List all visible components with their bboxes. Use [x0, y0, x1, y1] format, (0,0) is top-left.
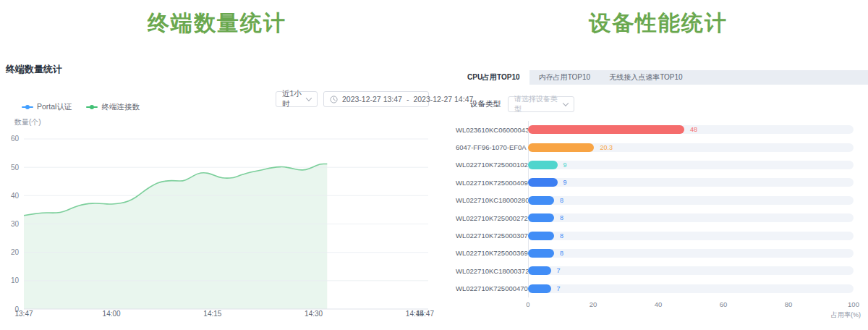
- date-range-picker[interactable]: 2023-12-27 13:47 - 2023-12-27 14:47: [323, 91, 429, 107]
- bar-row: WL022710K7250003698: [456, 245, 861, 262]
- legend-item[interactable]: Portal认证: [22, 102, 72, 112]
- bar-track-area: 9: [528, 178, 854, 187]
- area-fill: [24, 164, 327, 310]
- bar-x-tick-label: 0: [526, 300, 529, 308]
- tab-2[interactable]: 无线接入点速率TOP10: [600, 70, 692, 85]
- time-range-select[interactable]: 近1小时: [276, 91, 318, 107]
- bar-x-axis: 020406080100: [456, 300, 861, 310]
- bar-value-label: 9: [563, 161, 567, 169]
- device-label: WL022710K725000369: [456, 249, 528, 257]
- device-label: WL022710K725000307: [456, 232, 528, 240]
- device-label: WL022710K725000409: [456, 179, 528, 187]
- date-range-start: 2023-12-27 13:47: [342, 95, 402, 103]
- device-label: WL023610KC06000043: [456, 126, 528, 134]
- y-tick-label: 50: [11, 164, 20, 172]
- terminal-card-title: 终端数量统计: [6, 63, 62, 76]
- time-range-value: 近1小时: [282, 89, 307, 109]
- bar-value-label: 8: [560, 197, 563, 205]
- bar-row: WL022710K7250001029: [456, 156, 861, 174]
- bar-track: [528, 161, 854, 169]
- terminal-line-chart: 010203040506013:4714:0014:1514:3014:4514…: [0, 116, 434, 330]
- legend-line-dot-icon: [22, 106, 33, 108]
- bar-track-area: 48: [528, 125, 854, 134]
- device-type-placeholder: 请选择设备类型: [514, 94, 563, 114]
- bar-value-label: 7: [557, 267, 561, 275]
- bar-x-tick-label: 80: [785, 300, 793, 308]
- bar-value-label: 7: [557, 285, 561, 293]
- bar-row: WL022710K7250003078: [456, 227, 861, 244]
- device-label: WL022710K725000470: [456, 284, 528, 292]
- bar: [528, 284, 551, 293]
- y-tick-label: 20: [11, 248, 20, 256]
- bar: [528, 125, 684, 134]
- bar-x-tick-label: 100: [848, 300, 859, 308]
- bar: [528, 143, 594, 152]
- bar-x-tick-label: 60: [720, 300, 728, 308]
- bar-track: [528, 284, 854, 293]
- device-label: WL022710K725000102: [456, 161, 528, 169]
- legend-label: Portal认证: [37, 102, 72, 112]
- bar-row: WL022710KC180002808: [456, 192, 861, 209]
- bar-track-area: 7: [528, 266, 854, 275]
- device-type-select[interactable]: 请选择设备类型: [508, 96, 574, 112]
- bar-value-label: 8: [560, 214, 563, 222]
- bar-track-area: 9: [528, 161, 854, 169]
- performance-tabs: CPU占用TOP10内存占用TOP10无线接入点速率TOP10: [458, 70, 868, 85]
- y-tick-label: 10: [11, 276, 20, 284]
- bar: [528, 249, 554, 258]
- bar-value-label: 9: [563, 179, 567, 187]
- bar-x-tick-label: 20: [590, 300, 597, 308]
- device-label: 6047-FF96-1070-EF0A: [456, 143, 528, 151]
- bar-track-area: 8: [528, 232, 854, 240]
- dashboard: 终端数量统计 终端数量统计 近1小时 2023-12-27 13:47 - 20…: [0, 0, 868, 330]
- x-tick-label: 14:15: [203, 310, 221, 318]
- time-filter-row: 近1小时 2023-12-27 13:47 - 2023-12-27 14:47: [276, 91, 429, 107]
- tab-0[interactable]: CPU占用TOP10: [458, 70, 529, 85]
- device-performance-title: 设备性能统计: [448, 9, 868, 38]
- bar-track-area: 8: [528, 213, 854, 222]
- device-type-filter: 设备类型 请选择设备类型: [470, 96, 574, 112]
- date-range-separator: -: [407, 95, 409, 103]
- device-label: WL022710KC18000372: [456, 267, 528, 275]
- terminal-stats-title: 终端数量统计: [0, 9, 434, 38]
- x-tick-label: 13:47: [14, 310, 33, 318]
- legend-line-dot-icon: [86, 106, 98, 108]
- cpu-top10-bar-chart: WL023610KC06000043486047-FF96-1070-EF0A2…: [456, 121, 861, 310]
- tab-1[interactable]: 内存占用TOP10: [529, 70, 600, 85]
- bar-value-label: 8: [560, 232, 563, 240]
- bar-track: [528, 249, 854, 258]
- bar-track-area: 8: [528, 196, 854, 205]
- bar-x-axis-title: 占用率(%): [456, 310, 861, 320]
- bar-track-area: 20.3: [528, 143, 854, 152]
- device-label: WL022710K725000272: [456, 214, 528, 222]
- y-tick-label: 30: [11, 220, 20, 228]
- device-label: WL022710KC18000280: [456, 196, 528, 204]
- y-tick-label: 60: [11, 135, 20, 143]
- bar-track: [528, 178, 854, 187]
- chart-legend: Portal认证终端连接数: [22, 102, 140, 112]
- bar-rows: WL023610KC06000043486047-FF96-1070-EF0A2…: [456, 121, 861, 297]
- bar: [528, 178, 558, 187]
- x-tick-label: 14:30: [305, 310, 323, 318]
- legend-label: 终端连接数: [101, 102, 140, 112]
- bar-track: [528, 213, 854, 222]
- bar-row: WL023610KC0600004348: [456, 121, 861, 138]
- bar: [528, 213, 554, 222]
- bar-x-tick-label: 40: [655, 300, 663, 308]
- x-tick-label: 14:47: [416, 310, 434, 318]
- bar: [528, 161, 558, 169]
- bar-value-label: 20.3: [600, 144, 613, 152]
- bar: [528, 196, 554, 205]
- bar-track: [528, 266, 854, 275]
- bar-row: WL022710KC180003727: [456, 262, 861, 279]
- bar-track: [528, 232, 854, 240]
- bar-row: WL022710K7250002728: [456, 209, 861, 227]
- date-range-end: 2023-12-27 14:47: [413, 95, 473, 103]
- y-tick-label: 40: [11, 192, 20, 200]
- legend-item[interactable]: 终端连接数: [86, 102, 140, 112]
- bar: [528, 266, 551, 275]
- bar-row: WL022710K7250004707: [456, 280, 861, 297]
- bar-row: WL022710K7250004099: [456, 174, 861, 191]
- bar: [528, 232, 554, 240]
- bar-track-area: 8: [528, 249, 854, 258]
